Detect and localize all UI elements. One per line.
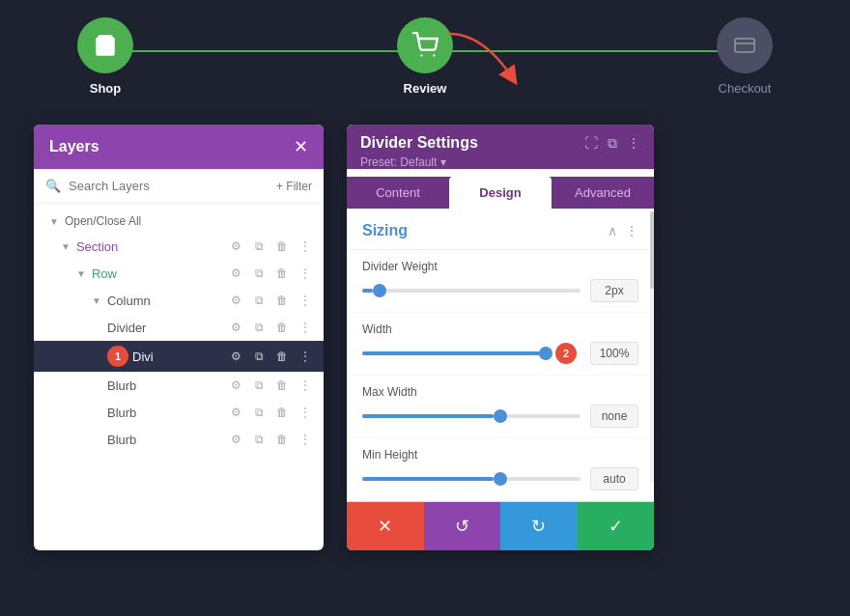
blurb-3-name: Blurb (107, 433, 227, 447)
trash-icon[interactable]: 🗑 (273, 404, 291, 421)
min-height-thumb[interactable] (494, 472, 507, 486)
settings-preset[interactable]: Preset: Default ▾ (360, 155, 640, 169)
more-icon[interactable]: ⋮ (297, 265, 314, 282)
redo-icon: ↻ (531, 516, 546, 537)
settings-scrollbar[interactable] (650, 211, 654, 482)
settings-icon[interactable]: ⚙ (227, 377, 244, 394)
columns-icon[interactable]: ⧉ (608, 135, 617, 152)
more-icon[interactable]: ⋮ (297, 377, 314, 394)
cancel-button[interactable]: ✕ (347, 502, 424, 550)
trash-icon[interactable]: 🗑 (273, 238, 291, 255)
max-width-fill (362, 414, 494, 418)
settings-icon[interactable]: ⚙ (227, 319, 244, 336)
settings-icon[interactable]: ⚙ (227, 348, 244, 365)
svg-rect-3 (735, 39, 754, 52)
min-height-fill (362, 477, 494, 481)
more-icon[interactable]: ⋮ (297, 404, 314, 421)
fullscreen-icon[interactable]: ⛶ (584, 135, 598, 151)
duplicate-icon[interactable]: ⧉ (250, 265, 268, 282)
duplicate-icon[interactable]: ⧉ (250, 431, 268, 448)
blurb-3-icons: ⚙ ⧉ 🗑 ⋮ (227, 431, 314, 448)
min-height-value[interactable]: auto (590, 467, 638, 490)
max-width-slider-row: none (362, 405, 638, 428)
open-close-all[interactable]: ▼ Open/Close All (34, 210, 324, 233)
checkout-step-circle (717, 17, 773, 73)
settings-icon[interactable]: ⚙ (227, 431, 244, 448)
layer-item-column[interactable]: ▼ Column ⚙ ⧉ 🗑 ⋮ (34, 287, 324, 314)
search-icon: 🔍 (45, 179, 61, 193)
layer-item-blurb-3[interactable]: Blurb ⚙ ⧉ 🗑 ⋮ (34, 426, 324, 453)
settings-icon[interactable]: ⚙ (227, 292, 244, 309)
trash-icon[interactable]: 🗑 (273, 431, 291, 448)
section-more-icon[interactable]: ⋮ (625, 223, 638, 238)
min-height-track[interactable] (362, 477, 581, 481)
settings-icon[interactable]: ⚙ (227, 238, 244, 255)
duplicate-icon[interactable]: ⧉ (250, 292, 268, 309)
collapse-icon[interactable]: ∧ (608, 223, 617, 238)
duplicate-icon[interactable]: ⧉ (250, 348, 268, 365)
layer-item-divider[interactable]: Divider ⚙ ⧉ 🗑 ⋮ (34, 314, 324, 341)
duplicate-icon[interactable]: ⧉ (250, 319, 268, 336)
max-width-thumb[interactable] (494, 409, 507, 423)
divi-selected-name: Divi (132, 350, 227, 364)
save-button[interactable]: ✓ (578, 502, 655, 550)
nav-step-checkout[interactable]: Checkout (717, 17, 773, 96)
settings-icon[interactable]: ⚙ (227, 265, 244, 282)
width-track[interactable] (362, 351, 546, 355)
layer-item-blurb-2[interactable]: Blurb ⚙ ⧉ 🗑 ⋮ (34, 399, 324, 426)
more-icon[interactable]: ⋮ (297, 292, 314, 309)
shop-label: Shop (90, 81, 122, 96)
settings-panel: Divider Settings ⛶ ⧉ ⋮ Preset: Default ▾… (347, 125, 654, 550)
trash-icon[interactable]: 🗑 (273, 319, 291, 336)
layer-item-row[interactable]: ▼ Row ⚙ ⧉ 🗑 ⋮ (34, 260, 324, 287)
max-width-value[interactable]: none (590, 405, 638, 428)
trash-icon[interactable]: 🗑 (273, 265, 291, 282)
width-value[interactable]: 100% (590, 342, 638, 365)
more-icon[interactable]: ⋮ (297, 348, 314, 365)
duplicate-icon[interactable]: ⧉ (250, 377, 268, 394)
trash-icon[interactable]: 🗑 (273, 292, 291, 309)
nav-step-shop[interactable]: Shop (77, 17, 133, 96)
triangle-icon: ▼ (49, 216, 59, 227)
shop-step-circle (77, 17, 133, 73)
section-icons: ⚙ ⧉ 🗑 ⋮ (227, 238, 314, 255)
layers-search-input[interactable] (69, 179, 269, 193)
divi-icons: ⚙ ⧉ 🗑 ⋮ (227, 348, 314, 365)
section-name: Section (76, 239, 227, 254)
tab-design[interactable]: Design (449, 177, 552, 209)
more-options-icon[interactable]: ⋮ (627, 135, 640, 151)
more-icon[interactable]: ⋮ (297, 238, 314, 255)
blurb-2-icons: ⚙ ⧉ 🗑 ⋮ (227, 404, 314, 421)
more-icon[interactable]: ⋮ (297, 319, 314, 336)
divider-weight-value[interactable]: 2px (590, 279, 638, 302)
row-icons: ⚙ ⧉ 🗑 ⋮ (227, 265, 314, 282)
layer-item-blurb-1[interactable]: Blurb ⚙ ⧉ 🗑 ⋮ (34, 372, 324, 399)
nav-step-review[interactable]: Review (397, 17, 453, 96)
layers-search-row: 🔍 + Filter (34, 169, 324, 204)
settings-header: Divider Settings ⛶ ⧉ ⋮ Preset: Default ▾ (347, 125, 654, 169)
layers-close-button[interactable]: ✕ (294, 136, 308, 157)
duplicate-icon[interactable]: ⧉ (250, 404, 268, 421)
layer-item-divi-selected[interactable]: 1 Divi ⚙ ⧉ 🗑 ⋮ (34, 341, 324, 372)
trash-icon[interactable]: 🗑 (273, 348, 291, 365)
redo-button[interactable]: ↻ (500, 502, 578, 550)
trash-icon[interactable]: 🗑 (273, 377, 291, 394)
settings-scrollbar-thumb (650, 211, 654, 289)
reset-button[interactable]: ↺ (424, 502, 501, 550)
divider-weight-thumb[interactable] (373, 284, 386, 297)
tab-advanced[interactable]: Advanced (552, 177, 654, 209)
layer-item-section[interactable]: ▼ Section ⚙ ⧉ 🗑 ⋮ (34, 233, 324, 260)
tab-content[interactable]: Content (347, 177, 449, 209)
layers-panel: Layers ✕ 🔍 + Filter ▼ Open/Close All ▼ S… (34, 125, 324, 550)
width-thumb[interactable] (539, 347, 552, 360)
duplicate-icon[interactable]: ⧉ (250, 238, 268, 255)
review-step-circle (397, 17, 453, 73)
settings-icon[interactable]: ⚙ (227, 404, 244, 421)
max-width-track[interactable] (362, 414, 581, 418)
settings-tabs: Content Design Advanced (347, 177, 654, 209)
layers-filter-button[interactable]: + Filter (276, 180, 312, 193)
layers-header: Layers ✕ (34, 125, 324, 169)
divider-weight-track[interactable] (362, 289, 581, 293)
sizing-title: Sizing (362, 222, 408, 239)
more-icon[interactable]: ⋮ (297, 431, 314, 448)
